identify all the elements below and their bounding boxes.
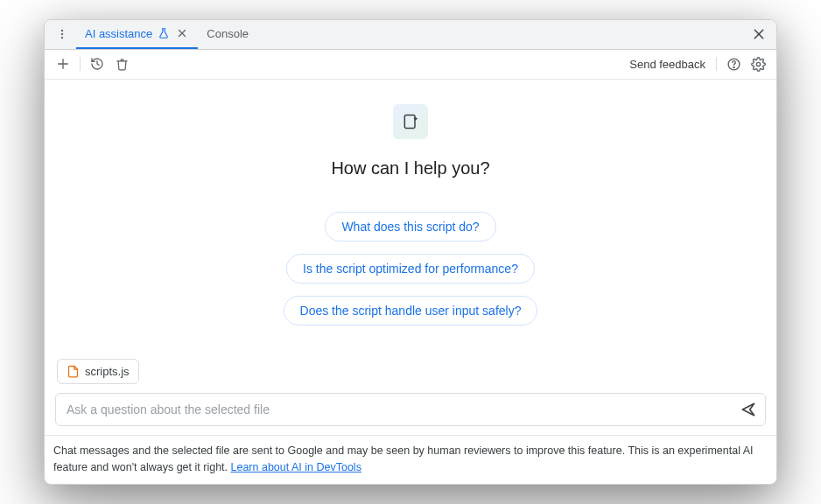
new-chat-button[interactable] <box>53 54 73 74</box>
disclaimer-text: Chat messages and the selected file are … <box>53 444 754 473</box>
tab-label: AI assistance <box>85 27 152 40</box>
prompt-input[interactable] <box>65 402 737 417</box>
svg-point-10 <box>733 66 733 67</box>
separator <box>80 57 81 71</box>
more-vertical-icon[interactable] <box>53 25 71 43</box>
send-feedback-link[interactable]: Send feedback <box>629 58 705 71</box>
sparkle-icon <box>393 104 428 139</box>
svg-point-11 <box>756 62 760 66</box>
context-file-chip[interactable]: scripts.js <box>57 359 139 384</box>
flask-icon <box>158 27 170 39</box>
toolbar: Send feedback <box>45 50 776 80</box>
tab-label: Console <box>207 27 249 40</box>
suggestion-list: What does this script do? Is the script … <box>284 212 538 326</box>
svg-rect-12 <box>404 115 415 128</box>
svg-point-2 <box>61 37 63 38</box>
file-icon <box>67 365 80 378</box>
history-button[interactable] <box>88 54 107 74</box>
svg-point-1 <box>61 33 63 35</box>
prompt-input-row <box>55 393 766 426</box>
send-button[interactable] <box>737 398 760 421</box>
tab-console[interactable]: Console <box>198 19 257 49</box>
context-file-name: scripts.js <box>85 365 130 378</box>
suggestion-chip[interactable]: Does the script handle user input safely… <box>284 296 538 326</box>
close-panel-button[interactable] <box>747 22 771 46</box>
tab-bar: AI assistance Console <box>45 20 776 50</box>
tab-ai-assistance[interactable]: AI assistance <box>76 19 198 49</box>
learn-more-link[interactable]: Learn about AI in DevTools <box>231 461 361 473</box>
suggestion-chip[interactable]: What does this script do? <box>325 212 495 242</box>
suggestion-chip[interactable]: Is the script optimized for performance? <box>286 254 535 284</box>
disclaimer-footer: Chat messages and the selected file are … <box>45 435 776 485</box>
svg-point-0 <box>61 30 63 32</box>
delete-button[interactable] <box>112 54 131 74</box>
main-content: How can I help you? What does this scrip… <box>45 80 776 435</box>
devtools-window: AI assistance Console Send feedback <box>44 19 777 486</box>
help-button[interactable] <box>724 54 743 74</box>
settings-button[interactable] <box>748 54 768 74</box>
close-tab-icon[interactable] <box>175 26 189 40</box>
separator <box>716 57 717 71</box>
page-heading: How can I help you? <box>331 158 489 178</box>
